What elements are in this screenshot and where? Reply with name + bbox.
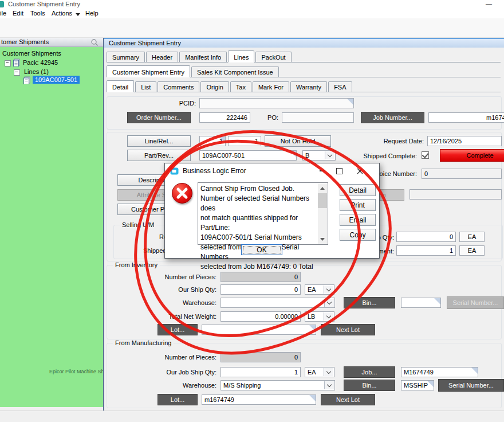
inv-lot-field[interactable]: [202, 325, 316, 335]
tab-manifest-info[interactable]: Manifest Info: [179, 52, 227, 62]
email-button[interactable]: Email: [340, 214, 376, 226]
rev-combo-arrow-icon[interactable]: [325, 151, 334, 159]
order-number-button[interactable]: Order Number...: [127, 112, 191, 123]
tree-node-line-selected[interactable]: 109AC007-501: [33, 76, 80, 84]
complete-button[interactable]: Complete: [440, 149, 504, 162]
our-ship-qty-value-field: 0: [396, 232, 456, 242]
sub-tab-strip: Customer Shipment Entry Sales Kit Compon…: [107, 65, 501, 77]
scrollbar-up-arrow-icon[interactable]: [318, 183, 327, 193]
tab-packout[interactable]: PackOut: [255, 52, 291, 62]
detail-button[interactable]: Detail: [340, 184, 376, 196]
mfg-job-ship-qty-label: Our Job Ship Qty:: [136, 369, 216, 376]
tab-origin[interactable]: Origin: [200, 81, 229, 92]
line-node-icon: [23, 76, 32, 85]
tab-sales-kit-component-issue[interactable]: Sales Kit Component Issue: [191, 67, 279, 77]
tab-fsa[interactable]: FSA: [328, 81, 352, 92]
mfg-warehouse-combo-arrow-icon[interactable]: [324, 381, 334, 389]
mfg-serial-number-button[interactable]: Serial Number...: [438, 379, 504, 392]
menu-edit[interactable]: Edit: [13, 10, 23, 17]
inv-warehouse-combo-arrow-icon[interactable]: [324, 299, 334, 307]
tab-list[interactable]: List: [135, 81, 156, 92]
tab-tax[interactable]: Tax: [230, 81, 251, 92]
line-field[interactable]: 1: [199, 136, 226, 146]
tab-detail[interactable]: Detail: [107, 80, 134, 92]
mfg-lot-button[interactable]: Lot...: [158, 394, 198, 405]
inv-warehouse-combo[interactable]: [220, 298, 335, 308]
part-field[interactable]: 109AC007-501: [199, 150, 297, 161]
po-field[interactable]: [282, 112, 354, 123]
tab-comments[interactable]: Comments: [158, 81, 199, 92]
mfg-job-button[interactable]: Job...: [344, 366, 395, 378]
inv-weight-uom-combo[interactable]: LB: [305, 311, 334, 322]
inv-next-lot-button[interactable]: Next Lot: [321, 324, 375, 335]
order-number-field[interactable]: 222446: [199, 112, 250, 123]
dialog-maximize-button[interactable]: [332, 163, 346, 178]
dialog-minimize-button[interactable]: [315, 163, 329, 178]
job-number-button[interactable]: Job Number...: [361, 112, 424, 123]
inv-bin-button[interactable]: Bin...: [344, 297, 395, 308]
scrollbar-thumb[interactable]: [318, 193, 327, 208]
dialog-close-button[interactable]: [353, 163, 367, 178]
mfg-bin-button[interactable]: Bin...: [344, 380, 395, 391]
invoice-number-field: 0: [422, 169, 502, 179]
shipped-complete-checkbox[interactable]: [422, 151, 429, 159]
toolbar: 42945: [0, 18, 504, 38]
tree-node-root[interactable]: Customer Shipments: [2, 50, 61, 57]
menu-help[interactable]: Help: [85, 10, 99, 17]
copy-button[interactable]: Copy: [340, 229, 376, 241]
tab-lines[interactable]: Lines: [228, 50, 254, 62]
line-rel-button[interactable]: Line/Rel...: [127, 135, 191, 147]
message-scrollbar[interactable]: [318, 183, 327, 244]
mfg-uom-combo-arrow-icon[interactable]: [324, 368, 333, 376]
inv-bin-field[interactable]: [401, 298, 441, 308]
tab-mark-for[interactable]: Mark For: [253, 81, 289, 92]
inv-ship-qty-field[interactable]: 0: [220, 284, 301, 295]
tab-header[interactable]: Header: [146, 52, 178, 62]
ok-button[interactable]: OK: [241, 244, 282, 255]
lines-node-collapse-toggle[interactable]: [14, 69, 20, 76]
error-message-box: Cannot Ship From Closed Job. Number of s…: [198, 182, 328, 245]
mfg-bin-field[interactable]: MSSHIP: [401, 380, 434, 390]
tree-node-lines[interactable]: Lines (1): [24, 68, 49, 75]
tree-node-pack[interactable]: Pack: 42945: [23, 59, 58, 66]
not-on-hold-button[interactable]: Not On Hold: [265, 135, 331, 147]
mfg-uom-combo[interactable]: EA: [305, 367, 334, 377]
statusbar: ing Data... Jessica Carpenter Jamco Amer…: [0, 411, 504, 422]
request-date-field[interactable]: 12/16/2025: [427, 136, 502, 146]
mfg-warehouse-combo[interactable]: M/S Shipping: [220, 380, 335, 390]
inv-uom-combo[interactable]: EA: [305, 284, 334, 295]
mfg-warehouse-label: Warehouse:: [136, 382, 216, 389]
rev-combo[interactable]: B: [302, 150, 336, 161]
minimize-window-button[interactable]: —: [486, 0, 492, 7]
menu-tools[interactable]: Tools: [30, 10, 45, 17]
rel-field[interactable]: 1: [228, 136, 261, 146]
print-button[interactable]: Print: [340, 199, 376, 211]
pack-node-collapse-toggle[interactable]: [5, 60, 11, 67]
child-window-titlebar: Customer Shipment Entry: [104, 38, 504, 48]
dialog-titlebar[interactable]: Business Logic Error: [165, 163, 379, 178]
mfg-job-ship-qty-field[interactable]: 1: [220, 367, 301, 377]
scrollbar-down-arrow-icon[interactable]: [318, 235, 327, 244]
mfg-uom-value: EA: [308, 369, 316, 376]
mfg-job-field[interactable]: M1674749: [401, 367, 478, 377]
tab-summary[interactable]: Summary: [107, 52, 145, 62]
job-number-field[interactable]: m1674749: [428, 112, 504, 123]
tab-customer-shipment-entry[interactable]: Customer Shipment Entry: [107, 65, 190, 77]
detail-tab-strip: Detail List Comments Origin Tax Mark For…: [107, 80, 501, 92]
pcid-field[interactable]: [199, 98, 354, 108]
selling-uom-group-label: Selling U/M: [120, 221, 156, 228]
menu-file[interactable]: ile: [0, 10, 6, 17]
inv-lot-button[interactable]: Lot...: [158, 324, 198, 335]
inv-serial-number-button: Serial Number...: [447, 296, 504, 309]
tree-search-icon[interactable]: [90, 38, 99, 48]
tab-warranty[interactable]: Warranty: [290, 81, 327, 92]
mfg-warehouse-value: M/S Shipping: [223, 382, 261, 389]
menu-actions[interactable]: Actions: [52, 10, 72, 17]
mfg-next-lot-button[interactable]: Next Lot: [321, 394, 375, 405]
part-rev-button[interactable]: Part/Rev...: [127, 150, 191, 161]
inv-weight-field[interactable]: 0.00000: [220, 311, 301, 322]
inv-uom-combo-arrow-icon[interactable]: [324, 286, 333, 294]
inv-weight-uom-arrow-icon[interactable]: [324, 312, 333, 321]
mfg-lot-field[interactable]: m1674749: [202, 394, 316, 405]
attribute-description-field: [410, 189, 502, 200]
